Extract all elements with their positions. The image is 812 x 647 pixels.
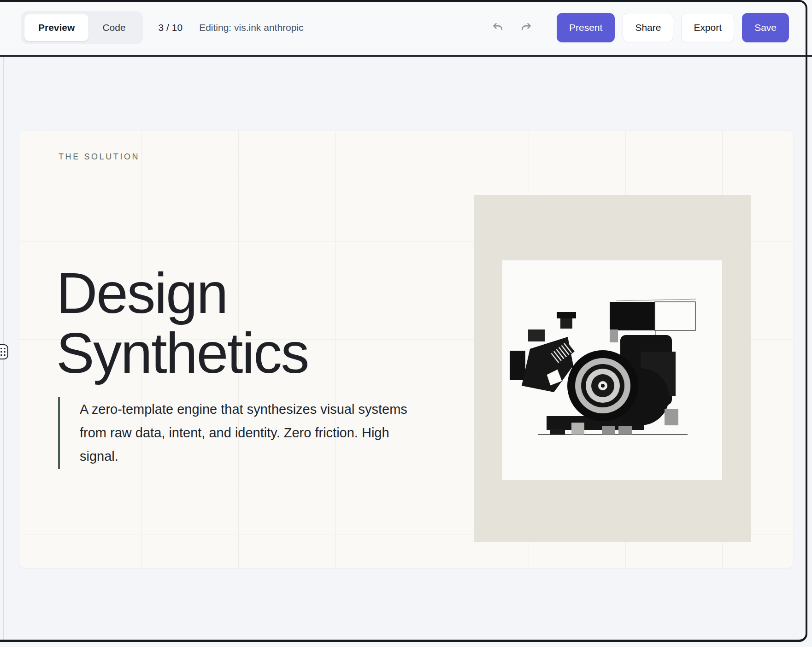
slide-title-line2: Synthetics (56, 324, 308, 383)
engine-illustration (502, 260, 722, 480)
undo-button[interactable] (488, 18, 508, 38)
share-button[interactable]: Share (623, 13, 673, 42)
left-rail-divider (3, 0, 4, 642)
editing-filename-label: Editing: vis.ink anthropic (199, 22, 303, 33)
slide-quote: A zero-template engine that synthesizes … (58, 397, 415, 469)
image-frame (474, 195, 751, 542)
slide-canvas[interactable]: THE SOLUTION Design Synthetics A zero-te… (19, 131, 793, 568)
code-tab-button[interactable]: Code (88, 14, 139, 41)
present-button[interactable]: Present (557, 13, 615, 42)
export-button[interactable]: Export (681, 13, 734, 42)
toolbar-actions: Present Share Export Save (488, 13, 789, 42)
editor-toolbar: Preview Code 3 / 10 Editing: vis.ink ant… (0, 0, 812, 57)
undo-icon (492, 21, 504, 35)
eyebrow-label: THE SOLUTION (59, 152, 140, 162)
grip-dots-icon (0, 348, 6, 356)
bottom-strip (0, 642, 812, 647)
drag-handle[interactable] (0, 344, 8, 359)
slide-title-line1: Design (56, 264, 308, 324)
save-button[interactable]: Save (742, 13, 789, 42)
redo-button[interactable] (516, 18, 536, 38)
slide-title: Design Synthetics (56, 264, 308, 383)
view-toggle-group: Preview Code (21, 11, 143, 44)
page-indicator: 3 / 10 (159, 22, 183, 33)
redo-icon (520, 21, 532, 35)
preview-tab-button[interactable]: Preview (24, 14, 88, 41)
